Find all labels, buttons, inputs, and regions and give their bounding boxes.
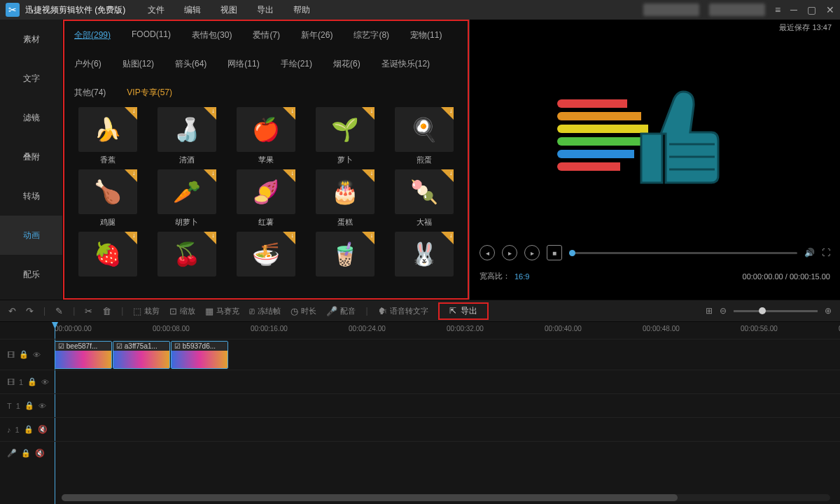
mute-icon[interactable]: 🔇 — [35, 449, 45, 458]
timeline-clip[interactable]: ☑ b5937d6... — [171, 341, 228, 369]
asset-thumb[interactable]: ↓🍎 — [237, 107, 295, 152]
asset-card[interactable]: ↓🌱萝卜 — [309, 107, 382, 165]
dub-button[interactable]: 🎤配音 — [326, 306, 356, 316]
asset-card[interactable]: ↓🥕胡萝卜 — [150, 169, 223, 227]
progress-handle[interactable] — [569, 250, 575, 256]
maximize-icon[interactable]: ▢ — [807, 4, 816, 15]
zoom-handle[interactable] — [759, 307, 766, 314]
download-icon[interactable]: ↓ — [290, 107, 294, 114]
scale-button[interactable]: ⊡缩放 — [169, 306, 195, 316]
lock-icon[interactable]: 🔒 — [19, 350, 29, 359]
close-icon[interactable]: ✕ — [826, 4, 834, 15]
aspect-value[interactable]: 16:9 — [514, 272, 529, 281]
volume-icon[interactable]: 🔊 — [804, 248, 815, 258]
download-icon[interactable]: ↓ — [370, 107, 374, 114]
rail-transition[interactable]: 转场 — [0, 176, 62, 216]
asset-thumb[interactable]: ↓🍶 — [158, 107, 216, 152]
asset-card[interactable]: ↓🍶清酒 — [150, 107, 223, 165]
delete-button[interactable]: 🗑 — [102, 306, 111, 316]
track-body[interactable] — [55, 418, 840, 441]
asset-thumb[interactable]: ↓🧋 — [316, 232, 374, 276]
scrollbar-thumb[interactable] — [62, 494, 678, 501]
track-body[interactable] — [55, 442, 840, 465]
video-track-body[interactable]: ☑ bee587f...☑ a3ff75a1...☑ b5937d6... — [55, 340, 840, 370]
asset-thumb[interactable]: ↓🐰 — [395, 232, 454, 276]
menu-edit[interactable]: 编辑 — [184, 4, 201, 16]
hamburger-icon[interactable]: ≡ — [775, 4, 780, 15]
asset-card[interactable]: ↓🍜 — [230, 232, 302, 279]
preview-progress[interactable] — [569, 252, 797, 254]
cat-all[interactable]: 全部(299) — [74, 29, 111, 41]
download-icon[interactable]: ↓ — [370, 232, 374, 239]
fit-icon[interactable]: ⊞ — [706, 306, 713, 316]
download-icon[interactable]: ↓ — [211, 232, 215, 239]
text-icon[interactable]: T — [7, 402, 12, 410]
rail-filter[interactable]: 滤镜 — [0, 98, 62, 137]
asset-thumb[interactable]: ↓🍳 — [395, 107, 454, 152]
cat-vip[interactable]: VIP专享(57) — [127, 87, 172, 99]
asset-card[interactable]: ↓🍓 — [71, 232, 144, 279]
timeline-scrollbar[interactable] — [62, 494, 830, 501]
rail-music[interactable]: 配乐 — [0, 255, 62, 294]
asset-thumb[interactable]: ↓🍗 — [78, 169, 137, 214]
stop-button[interactable]: ■ — [547, 245, 562, 260]
menu-file[interactable]: 文件 — [148, 4, 164, 16]
undo-button[interactable]: ↶ — [8, 306, 16, 316]
mic-track[interactable]: 🎤🔒🔇 — [0, 441, 840, 465]
cut-button[interactable]: ✂ — [85, 306, 92, 316]
cat-newyear[interactable]: 新年(26) — [301, 29, 332, 41]
video-track-2[interactable]: 🎞1🔒👁 — [0, 370, 840, 393]
zoom-in-icon[interactable]: ⊕ — [825, 306, 832, 316]
play-button[interactable]: ▸ — [502, 245, 517, 260]
asset-thumb[interactable]: ↓🍜 — [237, 232, 295, 276]
redo-button[interactable]: ↷ — [26, 306, 34, 316]
download-icon[interactable]: ↓ — [211, 107, 215, 114]
duration-button[interactable]: ◷时长 — [290, 306, 316, 316]
crop-button[interactable]: ⬚栽剪 — [133, 306, 160, 316]
lock-icon[interactable]: 🔒 — [24, 401, 34, 410]
asset-thumb[interactable]: ↓🍓 — [78, 232, 137, 276]
asset-card[interactable]: ↓🍒 — [150, 232, 223, 279]
menu-view[interactable]: 视图 — [220, 4, 237, 16]
asset-thumb[interactable]: ↓🌱 — [316, 107, 374, 152]
download-icon[interactable]: ↓ — [449, 232, 453, 239]
cat-food[interactable]: FOOD(11) — [132, 29, 171, 41]
timeline-clip[interactable]: ☑ a3ff75a1... — [113, 341, 170, 369]
cat-arrow[interactable]: 箭头(64) — [175, 58, 206, 70]
asset-card[interactable]: ↓🎂蛋糕 — [309, 169, 382, 227]
mosaic-button[interactable]: ▦马赛克 — [205, 306, 239, 316]
download-icon[interactable]: ↓ — [132, 232, 136, 239]
rail-overlay[interactable]: 叠附 — [0, 137, 62, 176]
minimize-icon[interactable]: ─ — [790, 4, 797, 15]
cat-handdrawn[interactable]: 手绘(21) — [281, 58, 312, 70]
asset-card[interactable]: ↓🍠红薯 — [230, 169, 302, 227]
audio-track[interactable]: ♪1🔒🔇 — [0, 417, 840, 441]
download-icon[interactable]: ↓ — [211, 169, 215, 176]
asset-thumb[interactable]: ↓🍒 — [158, 232, 216, 276]
menu-help[interactable]: 帮助 — [293, 4, 310, 16]
rail-material[interactable]: 素材 — [0, 20, 62, 59]
stt-button[interactable]: 🗣语音转文字 — [378, 306, 428, 316]
zoom-slider[interactable] — [734, 310, 818, 312]
menu-export[interactable]: 导出 — [257, 4, 274, 16]
cat-network[interactable]: 网络(11) — [227, 58, 259, 70]
cat-pet[interactable]: 宠物(11) — [410, 29, 442, 41]
preview-canvas[interactable] — [470, 36, 840, 239]
download-icon[interactable]: ↓ — [370, 169, 374, 176]
cat-stickers[interactable]: 贴图(12) — [122, 58, 154, 70]
eye-icon[interactable]: 👁 — [41, 378, 49, 386]
zoom-out-icon[interactable]: ⊖ — [720, 306, 727, 316]
cat-sticker[interactable]: 表情包(30) — [192, 29, 232, 41]
prev-frame-button[interactable]: ◂ — [479, 245, 495, 260]
mic-icon[interactable]: 🎤 — [7, 449, 17, 458]
download-icon[interactable]: ↓ — [290, 169, 294, 176]
mute-icon[interactable]: 🔇 — [38, 425, 48, 434]
eye-icon[interactable]: 👁 — [33, 351, 41, 359]
asset-thumb[interactable]: ↓🍌 — [78, 107, 137, 152]
timeline-clip[interactable]: ☑ bee587f... — [55, 341, 112, 369]
next-frame-button[interactable]: ▸ — [524, 245, 540, 260]
export-button[interactable]: ⇱导出 — [438, 302, 489, 320]
rail-animation[interactable]: 动画 — [0, 216, 62, 255]
time-ruler[interactable]: 00:00:00.0000:00:08.0000:00:16.0000:00:2… — [55, 322, 840, 339]
download-icon[interactable]: ↓ — [449, 107, 453, 114]
